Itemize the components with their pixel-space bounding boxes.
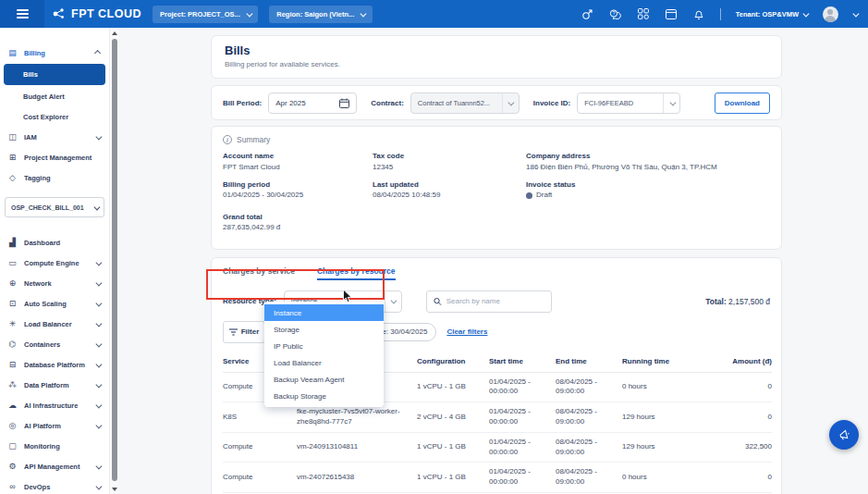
sidebar-item-database-platform[interactable]: ⊟Database Platform — [0, 354, 109, 375]
cloud-icon: ☁ — [7, 401, 18, 410]
sidebar-project-select[interactable]: OSP_CHECK_BILL_001 — [5, 197, 104, 217]
clear-filters-link[interactable]: Clear filters — [446, 327, 487, 336]
dropdown-option-backup-storage[interactable]: Backup Storage — [264, 388, 384, 404]
page-subtitle: Billing period for available services. — [225, 60, 768, 68]
sidebar-item-data-platform[interactable]: ⁂Data Platform — [0, 375, 109, 395]
chevron-down-icon — [361, 10, 366, 16]
launch-icon[interactable] — [581, 7, 594, 20]
dropdown-option-backup-veeam-agent[interactable]: Backup Veeam Agent — [264, 371, 384, 388]
sidebar-item-budget-alert[interactable]: Budget Alert — [0, 86, 109, 106]
search-icon — [434, 297, 442, 306]
dropdown-option-storage[interactable]: Storage — [264, 321, 384, 338]
total-amount: Total: 2,157,500 đ — [705, 297, 770, 306]
sidebar-item-ai-infrastructure[interactable]: ☁AI Infrastructure — [0, 395, 109, 415]
invoice-id-label: Invoice ID: — [533, 99, 570, 107]
bell-icon[interactable] — [692, 7, 705, 20]
hamburger-icon — [17, 7, 29, 20]
support-icon[interactable]: ? — [609, 7, 622, 20]
dropdown-option-instance[interactable]: Instance — [264, 304, 384, 321]
summary-grand-total: Grand total287,635,042.99 đ — [223, 213, 373, 233]
page-header-card: Bills Billing period for available servi… — [211, 35, 782, 79]
summary-invoice-status: Invoice status Draft — [526, 180, 770, 201]
summary-card: i Summary Account nameFPT Smart Cloud Ta… — [211, 126, 782, 250]
resource-type-dropdown-panel: Instance Storage IP Public Load Balancer… — [264, 302, 384, 407]
avatar[interactable] — [823, 6, 838, 22]
tenant-dropdown[interactable]: Tenant: OSP&VMW — [736, 10, 808, 19]
apps-icon[interactable] — [637, 7, 650, 20]
billing-icon: ▤ — [7, 48, 18, 57]
chevron-down-icon — [93, 204, 99, 209]
load-balancer-icon: ✳ — [7, 319, 18, 328]
sidebar-item-api-management[interactable]: ⚙API Management — [0, 456, 109, 476]
project-dropdown[interactable]: Project: PROJECT_OS... — [153, 6, 258, 23]
scrollbar-thumb[interactable] — [112, 39, 117, 481]
bill-period-input[interactable]: Apr 2025 — [268, 93, 357, 114]
sidebar-item-load-balancer[interactable]: ✳Load Balancer — [0, 314, 109, 334]
invoice-id-select[interactable]: FCI-96FEEABD — [577, 93, 680, 114]
chevron-down-icon — [508, 99, 514, 105]
summary-billing-period: Billing period01/04/2025 - 30/04/2025 — [223, 180, 373, 201]
chevron-down-icon — [669, 99, 675, 105]
hamburger-menu-button[interactable] — [0, 0, 44, 28]
summary-header: Summary — [237, 135, 270, 144]
auto-scaling-icon: ⊡ — [7, 299, 18, 308]
search-box[interactable] — [426, 290, 552, 313]
summary-company-address: Company address186 Điện Biên Phủ, Phường… — [526, 152, 770, 172]
search-input[interactable] — [446, 297, 544, 305]
divider — [720, 8, 721, 20]
logo-molecule-icon — [52, 6, 67, 21]
col-configuration[interactable]: Configuration — [417, 352, 489, 373]
filter-button[interactable]: Filter — [223, 321, 265, 343]
project-dropdown-label: Project: PROJECT_OS... — [160, 10, 240, 19]
monitoring-icon: ▢ — [7, 441, 18, 451]
sidebar-item-tagging[interactable]: ◇ Tagging — [0, 167, 109, 188]
scroll-down-arrow[interactable] — [112, 488, 117, 491]
calendar-icon[interactable] — [665, 7, 678, 20]
tab-charges-by-service[interactable]: Charges by service — [223, 266, 295, 280]
devops-icon: ∞ — [7, 482, 18, 491]
tagging-icon: ◇ — [7, 173, 18, 182]
download-button[interactable]: Download — [715, 93, 770, 114]
sidebar-item-cost-explorer[interactable]: Cost Explorer — [0, 106, 109, 127]
sidebar-item-iam[interactable]: ◫ IAM — [0, 127, 109, 147]
logo-text: FPT CLOUD — [71, 7, 141, 20]
sidebar-item-bills[interactable]: Bills — [4, 64, 105, 85]
chevron-down-icon[interactable] — [852, 10, 858, 16]
summary-last-updated: Last updated08/04/2025 10:48:59 — [373, 180, 526, 201]
sidebar-item-compute-engine[interactable]: ▭Compute Engine — [0, 253, 109, 273]
feedback-megaphone-button[interactable] — [829, 420, 859, 450]
dropdown-option-ip-public[interactable]: IP Public — [264, 338, 384, 354]
calendar-icon — [339, 98, 349, 108]
bill-period-card: Bill Period: Apr 2025 Contract: Contract… — [211, 85, 782, 120]
col-running-time[interactable]: Running time — [622, 352, 703, 373]
table-row[interactable]: Computevm-2409131048111 vCPU - 1 GB01/04… — [223, 432, 772, 463]
region-dropdown[interactable]: Region: Saigon (Vietn... — [269, 6, 373, 23]
contract-select[interactable]: Contract of Tuannn52... — [410, 93, 520, 114]
sidebar-item-network[interactable]: ⊕Network — [0, 273, 109, 293]
sidebar-item-devops[interactable]: ∞DevOps — [0, 476, 109, 494]
fpt-cloud-logo: FPT CLOUD — [52, 6, 141, 21]
dropdown-option-load-balancer[interactable]: Load Balancer — [264, 354, 384, 371]
ai-platform-icon: ◎ — [7, 421, 18, 430]
sidebar-scrollbar[interactable] — [109, 28, 118, 494]
sidebar-item-monitoring[interactable]: ▢Monitoring — [0, 436, 109, 456]
iam-icon: ◫ — [7, 132, 18, 142]
page-title: Bills — [225, 43, 768, 57]
col-amount[interactable]: Amount (đ) — [703, 352, 772, 373]
sidebar-item-project-management[interactable]: ⊞ Project Management — [0, 147, 109, 167]
col-end-time[interactable]: End time — [556, 352, 622, 373]
filter-icon — [229, 328, 238, 336]
sidebar-item-billing[interactable]: ▤ Billing — [0, 43, 109, 63]
chevron-down-icon — [247, 10, 252, 16]
sidebar-item-dashboard[interactable]: ▟Dashboard — [0, 232, 109, 253]
sidebar-item-ai-platform[interactable]: ◎AI Platform — [0, 415, 109, 436]
dashboard-icon: ▟ — [7, 238, 18, 247]
table-row[interactable]: Computevm-240726154381 vCPU - 1 GB01/04/… — [223, 463, 772, 493]
tenant-label: Tenant: OSP&VMW — [736, 10, 799, 19]
col-start-time[interactable]: Start time — [489, 352, 556, 373]
megaphone-icon — [837, 428, 851, 442]
scroll-up-arrow[interactable] — [112, 31, 117, 35]
sidebar-item-auto-scaling[interactable]: ⊡Auto Scaling — [0, 293, 109, 314]
sidebar-item-containers[interactable]: ⌬Containers — [0, 334, 109, 354]
tab-charges-by-resource[interactable]: Charges by resource — [317, 266, 396, 280]
